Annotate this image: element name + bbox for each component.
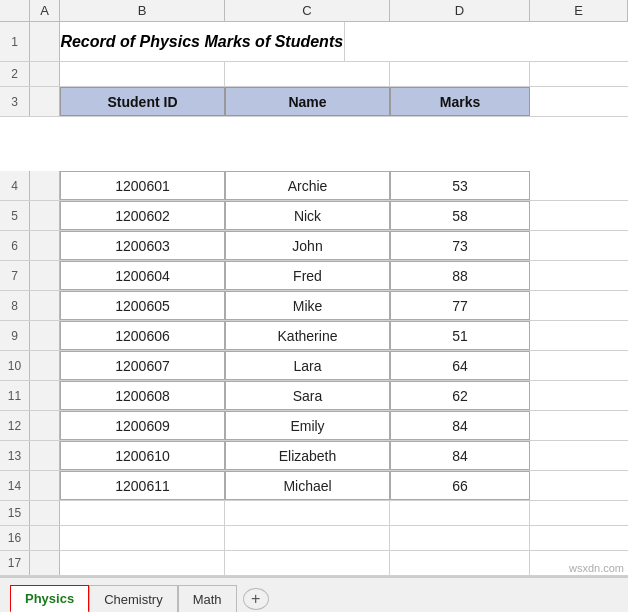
cell-15c[interactable] [225, 501, 390, 525]
col-header-e: E [530, 0, 628, 21]
cell-7c[interactable]: Fred [225, 261, 390, 290]
row-num-10: 10 [0, 351, 30, 380]
cell-4e[interactable] [530, 171, 628, 200]
grid-body: 1 Record of Physics Marks of Students 2 … [0, 22, 628, 171]
cell-13c[interactable]: Elizabeth [225, 441, 390, 470]
cell-5a[interactable] [30, 201, 60, 230]
cell-4d[interactable]: 53 [390, 171, 530, 200]
cell-14b[interactable]: 1200611 [60, 471, 225, 500]
cell-15e[interactable] [530, 501, 628, 525]
cell-10b[interactable]: 1200607 [60, 351, 225, 380]
tab-math[interactable]: Math [178, 585, 237, 612]
cell-2a[interactable] [30, 62, 60, 86]
cell-15a[interactable] [30, 501, 60, 525]
cell-8e[interactable] [530, 291, 628, 320]
cell-17b[interactable] [60, 551, 225, 575]
cell-12d[interactable]: 84 [390, 411, 530, 440]
cell-3a[interactable] [30, 87, 60, 116]
cell-11e[interactable] [530, 381, 628, 410]
cell-3e[interactable] [530, 87, 628, 116]
cell-12a[interactable] [30, 411, 60, 440]
cell-6c[interactable]: John [225, 231, 390, 260]
cell-12c[interactable]: Emily [225, 411, 390, 440]
tab-chemistry[interactable]: Chemistry [89, 585, 178, 612]
cell-13d[interactable]: 84 [390, 441, 530, 470]
cell-8c[interactable]: Mike [225, 291, 390, 320]
cell-6e[interactable] [530, 231, 628, 260]
cell-14a[interactable] [30, 471, 60, 500]
cell-2e[interactable] [530, 62, 628, 86]
cell-14e[interactable] [530, 471, 628, 500]
cell-9b[interactable]: 1200606 [60, 321, 225, 350]
cell-6a[interactable] [30, 231, 60, 260]
spreadsheet: A B C D E 1 Record of Physics Marks of S… [0, 0, 628, 612]
cell-10c[interactable]: Lara [225, 351, 390, 380]
cell-9c[interactable]: Katherine [225, 321, 390, 350]
cell-7d[interactable]: 88 [390, 261, 530, 290]
cell-17c[interactable] [225, 551, 390, 575]
cell-13a[interactable] [30, 441, 60, 470]
cell-16c[interactable] [225, 526, 390, 550]
cell-15b[interactable] [60, 501, 225, 525]
cell-16a[interactable] [30, 526, 60, 550]
row-num-2: 2 [0, 62, 30, 86]
cell-10d[interactable]: 64 [390, 351, 530, 380]
cell-6b[interactable]: 1200603 [60, 231, 225, 260]
cell-1e[interactable] [345, 22, 629, 61]
cell-13b[interactable]: 1200610 [60, 441, 225, 470]
cell-8d[interactable]: 77 [390, 291, 530, 320]
cell-1a[interactable] [30, 22, 60, 61]
cell-10e[interactable] [530, 351, 628, 380]
cell-10a[interactable] [30, 351, 60, 380]
cell-12b[interactable]: 1200609 [60, 411, 225, 440]
cell-16e[interactable] [530, 526, 628, 550]
row-num-6: 6 [0, 231, 30, 260]
cell-7e[interactable] [530, 261, 628, 290]
cell-11d[interactable]: 62 [390, 381, 530, 410]
header-student-id: Student ID [60, 87, 225, 116]
cell-17d[interactable] [390, 551, 530, 575]
cell-8a[interactable] [30, 291, 60, 320]
cell-6d[interactable]: 73 [390, 231, 530, 260]
cell-7a[interactable] [30, 261, 60, 290]
row-num-16: 16 [0, 526, 30, 550]
cell-4a[interactable] [30, 171, 60, 200]
cell-2b[interactable] [60, 62, 225, 86]
cell-16b[interactable] [60, 526, 225, 550]
row-num-4: 4 [0, 171, 30, 200]
row-9: 9 1200606 Katherine 51 [0, 321, 628, 351]
cell-9e[interactable] [530, 321, 628, 350]
column-headers: A B C D E [0, 0, 628, 22]
add-sheet-button[interactable]: + [243, 588, 269, 610]
cell-11a[interactable] [30, 381, 60, 410]
row-5: 5 1200602 Nick 58 [0, 201, 628, 231]
cell-4c[interactable]: Archie [225, 171, 390, 200]
row-num-1: 1 [0, 22, 30, 61]
cell-5d[interactable]: 58 [390, 201, 530, 230]
cell-8b[interactable]: 1200605 [60, 291, 225, 320]
cell-5c[interactable]: Nick [225, 201, 390, 230]
cell-13e[interactable] [530, 441, 628, 470]
cell-11c[interactable]: Sara [225, 381, 390, 410]
cell-7b[interactable]: 1200604 [60, 261, 225, 290]
row-15: 15 [0, 501, 628, 526]
cell-4b[interactable]: 1200601 [60, 171, 225, 200]
cell-9a[interactable] [30, 321, 60, 350]
cell-9d[interactable]: 51 [390, 321, 530, 350]
tab-physics[interactable]: Physics [10, 585, 89, 612]
cell-2d[interactable] [390, 62, 530, 86]
cell-2c[interactable] [225, 62, 390, 86]
header-marks: Marks [390, 87, 530, 116]
data-rows-container: 4 1200601 Archie 53 5 1200602 Nick 58 6 … [0, 171, 628, 501]
cell-5b[interactable]: 1200602 [60, 201, 225, 230]
cell-17a[interactable] [30, 551, 60, 575]
cell-16d[interactable] [390, 526, 530, 550]
cell-5e[interactable] [530, 201, 628, 230]
cell-15d[interactable] [390, 501, 530, 525]
cell-11b[interactable]: 1200608 [60, 381, 225, 410]
row-3: 3 Student ID Name Marks [0, 87, 628, 117]
cell-14c[interactable]: Michael [225, 471, 390, 500]
row-num-11: 11 [0, 381, 30, 410]
cell-12e[interactable] [530, 411, 628, 440]
cell-14d[interactable]: 66 [390, 471, 530, 500]
